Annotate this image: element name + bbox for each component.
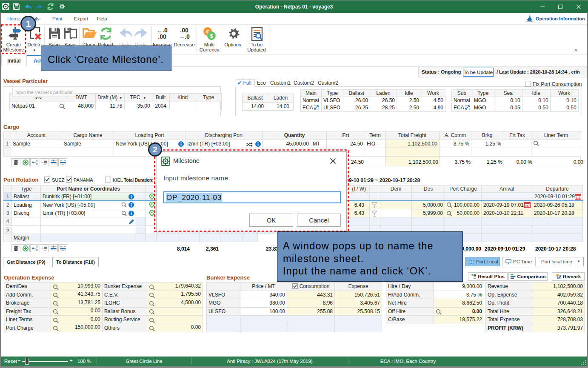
svg-text:$: $ (210, 33, 213, 39)
